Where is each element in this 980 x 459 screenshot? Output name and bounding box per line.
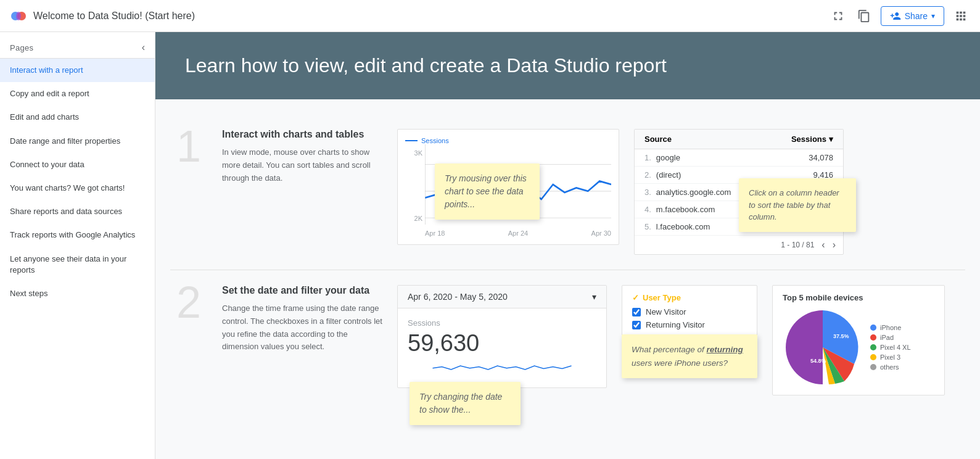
copy-button[interactable] [855,7,873,25]
returning-visitor-checkbox[interactable] [632,321,641,329]
fullscreen-button[interactable] [829,7,847,25]
iphone-dot [870,325,876,331]
sidebar-item-share[interactable]: Share reports and data sources [0,200,155,223]
table-next-button[interactable]: › [833,239,836,250]
pixel4-dot [870,344,876,350]
sidebar-item-anyone[interactable]: Let anyone see their data in your report… [0,247,155,282]
main-layout: Pages ‹ Interact with a report Copy and … [0,32,980,459]
share-button[interactable]: Share ▾ [881,6,944,26]
pie-title: Top 5 mobile devices [783,293,934,302]
fullscreen-icon [831,9,845,23]
person-add-icon [890,10,901,22]
ipad-dot [870,334,876,341]
topbar-right: Share ▾ [829,6,970,26]
hero-title: Learn how to view, edit and create a Dat… [185,54,950,77]
share-dropdown-icon: ▾ [931,12,935,20]
table-header: Source Sessions ▾ [635,130,843,149]
chart-line-icon [405,140,418,141]
sidebar-item-daterange[interactable]: Date range and filter properties [0,130,155,153]
pixel3-dot [870,354,876,360]
section1-chart[interactable]: Sessions 3K 2K [397,129,619,245]
pie-row: 54.8% 37.5% iPhone iPad [783,307,934,387]
new-visitor-checkbox[interactable] [632,308,641,316]
section1-row: 1 Interact with charts and tables In vie… [170,114,965,270]
topbar: Welcome to Data Studio! (Start here) Sha… [0,0,980,32]
filter-title: ✓ User Type [632,293,747,302]
table-wrap: Source Sessions ▾ 1. google 34,078 [634,129,844,255]
topbar-left: Welcome to Data Studio! (Start here) [10,7,195,25]
report-body: 1 Interact with charts and tables In vie… [155,99,980,425]
date-sticky-note: Try changing the date to show the... [410,382,521,425]
others-dot [870,364,876,370]
date-dropdown-icon: ▾ [592,292,596,302]
sidebar-collapse-button[interactable]: ‹ [142,42,145,53]
sessions-display: Sessions 59,630 [398,308,606,387]
svg-point-2 [16,12,21,20]
section1-desc: Interact with charts and tables In view … [222,129,382,184]
x-apr24: Apr 24 [508,230,528,237]
chart-y-3k: 3K [405,149,422,157]
row-num-4: 4. [644,205,651,214]
date-widget: Apr 6, 2020 - May 5, 2020 ▾ Sessions 59,… [397,285,607,388]
sidebar-item-interact[interactable]: Interact with a report [0,59,155,82]
sessions-sparkline [408,357,596,375]
step2-number: 2 [170,280,207,325]
grid-icon [954,9,968,23]
legend-ipad: iPad [870,334,911,341]
table-sticky-note: Click on a column header to sort the tab… [739,178,856,232]
svg-text:37.5%: 37.5% [833,333,849,339]
step1-number: 1 [170,124,207,168]
svg-text:54.8%: 54.8% [810,358,826,364]
row-num-5: 5. [644,222,651,231]
legend-pixel3: Pixel 3 [870,354,911,361]
sessions-value: 59,630 [408,330,596,357]
sidebar-item-charts[interactable]: You want charts? We got charts! [0,176,155,200]
section1-description: In view mode, mouse over charts to show … [222,146,382,184]
check-icon: ✓ [632,293,639,302]
table-col-sessions[interactable]: Sessions ▾ [791,134,833,144]
section1-title: Interact with charts and tables [222,129,382,140]
x-apr18: Apr 18 [425,230,445,237]
sidebar-item-connect[interactable]: Connect to your data [0,153,155,176]
sidebar-item-nextsteps[interactable]: Next steps [0,282,155,305]
copy-icon [857,9,871,23]
date-range-value: Apr 6, 2020 - May 5, 2020 [408,292,508,302]
section2-title: Set the date and filter your data [222,285,382,296]
topbar-title: Welcome to Data Studio! (Start here) [33,10,195,22]
hero-banner: Learn how to view, edit and create a Dat… [155,32,980,99]
apps-button[interactable] [952,7,970,25]
sidebar-item-track[interactable]: Track reports with Google Analytics [0,223,155,247]
x-apr30: Apr 30 [591,230,611,237]
row-val-1: 34,078 [809,153,833,162]
sort-icon: ▾ [829,134,833,144]
content-area: Learn how to view, edit and create a Dat… [155,32,980,459]
filter-widget: ✓ User Type New Visitor Returning Visito… [622,285,757,341]
table-footer: 1 - 10 / 81 ‹ › [635,236,843,254]
sidebar-pages-label: Pages [10,43,33,52]
filter-returning-visitor[interactable]: Returning Visitor [632,320,747,329]
chart-x-labels: Apr 18 Apr 24 Apr 30 [425,227,611,237]
date-range-selector[interactable]: Apr 6, 2020 - May 5, 2020 ▾ [398,286,606,308]
sidebar-header: Pages ‹ [0,32,155,59]
filter-sticky-text: What percentage of returning users were … [632,345,743,368]
table-col-source: Source [644,134,672,144]
chart-legend: Sessions [405,137,611,144]
row-num-3: 3. [644,188,651,197]
table-prev-button[interactable]: ‹ [821,239,825,250]
filter-sticky-note: What percentage of returning users were … [622,334,757,378]
sidebar-item-copy[interactable]: Copy and edit a report [0,82,155,105]
sessions-label: Sessions [408,318,596,328]
share-label: Share [905,11,928,21]
sidebar-item-edit[interactable]: Edit and add charts [0,105,155,129]
chart-y-2k: 2K [405,215,422,222]
section2-description: Change the time frame using the date ran… [222,302,382,354]
legend-others: others [870,363,911,371]
section2-row: 2 Set the date and filter your data Chan… [170,270,965,410]
filter-new-visitor[interactable]: New Visitor [632,307,747,316]
legend-iphone: iPhone [870,324,911,331]
table-pagination: 1 - 10 / 81 [781,241,814,249]
logo-icon [10,7,27,25]
legend-pixel4: Pixel 4 XL [870,344,911,351]
pie-chart-svg: 54.8% 37.5% [783,307,863,387]
row-num-2: 2. [644,170,651,180]
